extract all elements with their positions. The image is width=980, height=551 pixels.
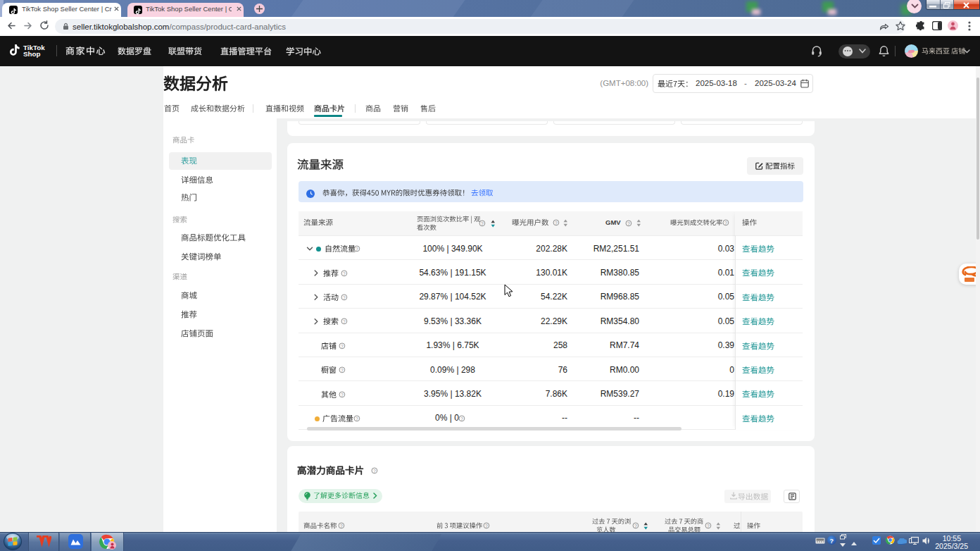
svg-text:?: ?	[343, 319, 346, 324]
svg-text:?: ?	[460, 416, 463, 421]
svg-text:?: ?	[707, 523, 710, 528]
svg-text:?: ?	[341, 368, 344, 373]
svg-text:?: ?	[341, 392, 344, 397]
svg-text:?: ?	[485, 524, 488, 528]
svg-text:?: ?	[634, 523, 637, 528]
svg-text:?: ?	[341, 343, 344, 348]
svg-text:?: ?	[340, 524, 343, 528]
svg-text:?: ?	[373, 468, 376, 473]
